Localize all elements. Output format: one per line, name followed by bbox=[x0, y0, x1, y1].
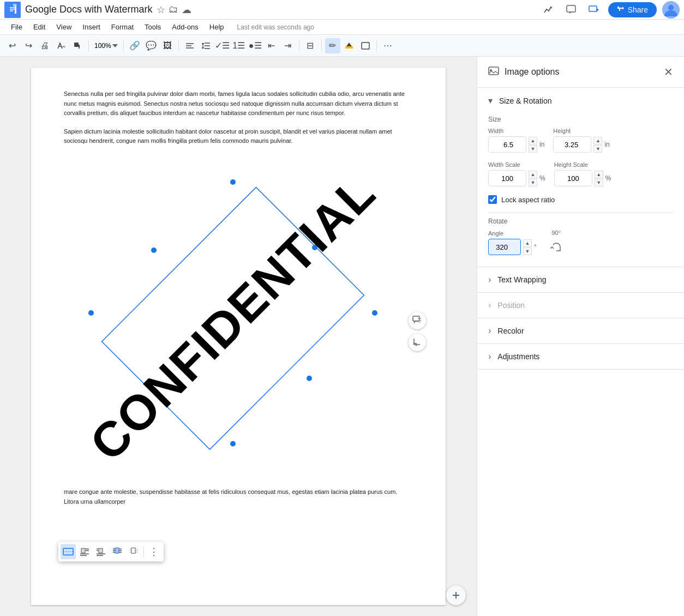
width-input[interactable] bbox=[488, 136, 526, 153]
add-comment-button[interactable] bbox=[409, 312, 426, 329]
float-inline-button[interactable] bbox=[61, 544, 76, 559]
adjustments-chevron: › bbox=[488, 352, 491, 361]
width-unit: in bbox=[539, 141, 544, 148]
height-input[interactable] bbox=[553, 136, 591, 153]
float-behind-button[interactable] bbox=[110, 544, 125, 559]
cloud-icon[interactable]: ☁ bbox=[182, 4, 191, 16]
app-icon[interactable] bbox=[4, 2, 21, 18]
height-group: Height ▲ ▼ in bbox=[553, 128, 609, 153]
spellcheck-button[interactable] bbox=[53, 38, 69, 53]
float-break-button[interactable] bbox=[93, 544, 109, 559]
menu-help[interactable]: Help bbox=[205, 21, 229, 33]
dimension-row: Width ▲ ▼ in Height bbox=[488, 128, 673, 153]
image-button[interactable]: 🖼 bbox=[160, 38, 175, 53]
menu-edit[interactable]: Edit bbox=[29, 21, 50, 33]
text-wrapping-chevron: › bbox=[488, 275, 491, 285]
main-layout: Senectus nulla per sed fringilla pulvina… bbox=[0, 57, 684, 616]
rotate-section: Rotate Angle ▲ ▼ ° bbox=[488, 218, 673, 256]
adjustments-label: Adjustments bbox=[497, 352, 539, 361]
doc-title: Google Docs with Watermark bbox=[25, 4, 152, 15]
paragraph-3: mare congue ante molestie, suspendisse h… bbox=[64, 487, 413, 506]
height-scale-input[interactable] bbox=[554, 170, 592, 186]
panel-title: Image options bbox=[505, 67, 664, 77]
height-stepper: ▲ ▼ bbox=[593, 137, 602, 153]
float-wrap-button[interactable] bbox=[77, 544, 92, 559]
comment-button[interactable]: 💬 bbox=[143, 38, 159, 53]
zoom-selector[interactable]: 100% bbox=[92, 41, 120, 51]
link-button[interactable]: 🔗 bbox=[127, 38, 142, 53]
column-button[interactable]: ⊟ bbox=[303, 38, 318, 53]
menu-addons[interactable]: Add-ons bbox=[167, 21, 202, 33]
width-scale-down[interactable]: ▼ bbox=[529, 179, 537, 186]
analytics-icon[interactable] bbox=[539, 1, 557, 19]
highlight-button[interactable] bbox=[341, 38, 357, 53]
width-down[interactable]: ▼ bbox=[529, 145, 537, 153]
height-up[interactable]: ▲ bbox=[593, 137, 602, 144]
top-bar: Google Docs with Watermark ☆ 🗂 ☁ Share bbox=[0, 0, 684, 20]
panel-close-button[interactable]: ✕ bbox=[664, 65, 673, 78]
adjustments-section: › Adjustments bbox=[477, 344, 684, 370]
bullet-list-button[interactable]: ●☰ bbox=[248, 38, 263, 53]
paint-format-button[interactable] bbox=[70, 38, 85, 53]
svg-rect-7 bbox=[589, 6, 597, 11]
width-scale-input[interactable] bbox=[488, 170, 526, 186]
angle-up[interactable]: ▲ bbox=[523, 239, 532, 247]
more-button[interactable]: ⋯ bbox=[380, 38, 395, 53]
text-wrapping-label: Text Wrapping bbox=[497, 275, 546, 284]
width-scale-stepper: ▲ ▼ bbox=[529, 171, 537, 186]
height-scale-up[interactable]: ▲ bbox=[595, 171, 603, 178]
drawing-button[interactable]: ✏ bbox=[325, 38, 340, 53]
text-wrapping-header[interactable]: › Text Wrapping bbox=[477, 267, 684, 292]
float-separator bbox=[143, 546, 144, 557]
bottom-add-button[interactable] bbox=[446, 585, 466, 605]
angle-input[interactable] bbox=[488, 239, 521, 255]
increase-indent-button[interactable]: ⇥ bbox=[280, 38, 296, 53]
float-more-button[interactable]: ⋮ bbox=[146, 544, 161, 559]
svg-rect-40 bbox=[131, 548, 135, 553]
rotate-90-label: 90° bbox=[551, 230, 561, 236]
numbered-list-button[interactable]: 1☰ bbox=[231, 38, 247, 53]
angle-input-wrap: ▲ ▼ ° bbox=[488, 239, 537, 255]
adjustments-header[interactable]: › Adjustments bbox=[477, 344, 684, 369]
lock-aspect-label[interactable]: Lock aspect ratio bbox=[501, 196, 555, 204]
width-scale-up[interactable]: ▲ bbox=[529, 171, 537, 178]
rotate-90-button[interactable] bbox=[548, 238, 565, 256]
folder-icon[interactable]: 🗂 bbox=[169, 4, 178, 15]
recolor-chevron: › bbox=[488, 326, 491, 336]
svg-rect-28 bbox=[99, 548, 103, 553]
lock-aspect-checkbox[interactable] bbox=[488, 195, 497, 204]
angle-down[interactable]: ▼ bbox=[523, 247, 532, 255]
float-infront-button[interactable] bbox=[126, 544, 141, 559]
size-rotation-chevron: ▾ bbox=[488, 95, 493, 106]
share-button[interactable]: Share bbox=[608, 2, 657, 17]
toolbar-separator-1 bbox=[88, 40, 89, 51]
menu-file[interactable]: File bbox=[7, 21, 27, 33]
recolor-header[interactable]: › Recolor bbox=[477, 318, 684, 343]
decrease-indent-button[interactable]: ⇤ bbox=[264, 38, 279, 53]
undo-button[interactable]: ↩ bbox=[4, 38, 20, 53]
redo-button[interactable]: ↪ bbox=[21, 38, 36, 53]
position-header[interactable]: › Position bbox=[477, 293, 684, 318]
angle-unit: ° bbox=[534, 243, 537, 251]
print-button[interactable]: 🖨 bbox=[37, 38, 52, 53]
user-avatar[interactable] bbox=[662, 1, 680, 19]
menu-insert[interactable]: Insert bbox=[78, 21, 105, 33]
menu-view[interactable]: View bbox=[52, 21, 76, 33]
share-label: Share bbox=[628, 5, 648, 14]
present-icon[interactable] bbox=[585, 1, 603, 19]
star-icon[interactable]: ☆ bbox=[157, 4, 165, 16]
document-area[interactable]: Senectus nulla per sed fringilla pulvina… bbox=[0, 57, 477, 616]
image-container[interactable]: CONFIDENTIAL bbox=[64, 155, 402, 482]
width-up[interactable]: ▲ bbox=[529, 137, 537, 144]
height-scale-down[interactable]: ▼ bbox=[595, 179, 603, 186]
border-button[interactable] bbox=[358, 38, 373, 53]
menu-tools[interactable]: Tools bbox=[140, 21, 165, 33]
comments-icon[interactable] bbox=[562, 1, 580, 19]
menu-format[interactable]: Format bbox=[107, 21, 138, 33]
size-rotation-header[interactable]: ▾ Size & Rotation bbox=[477, 88, 684, 113]
image-crop-button[interactable] bbox=[409, 334, 426, 351]
checklist-button[interactable]: ✓☰ bbox=[215, 38, 230, 53]
align-button[interactable] bbox=[182, 38, 197, 53]
height-down[interactable]: ▼ bbox=[593, 145, 602, 153]
line-spacing-button[interactable] bbox=[199, 38, 214, 53]
